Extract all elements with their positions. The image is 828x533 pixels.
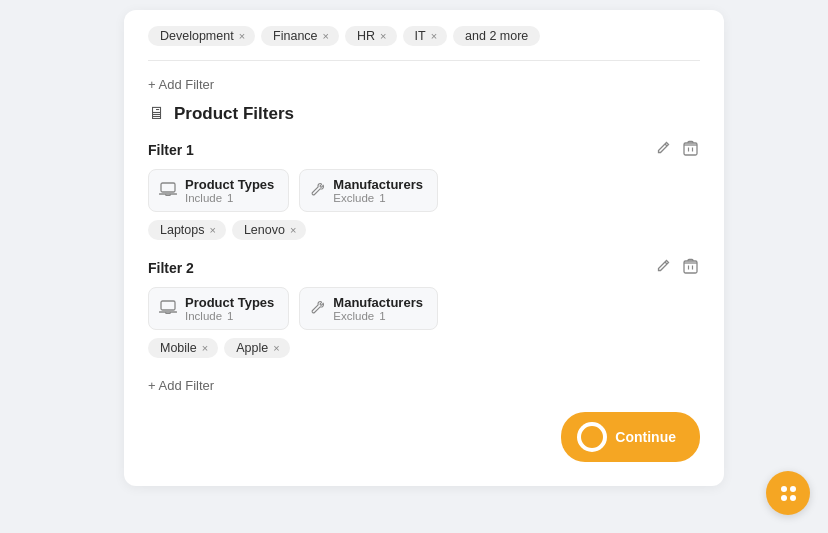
filter-1-tag-lenovo-close[interactable]: ×: [290, 225, 296, 236]
tag-development-close[interactable]: ×: [239, 31, 245, 42]
main-card: Development × Finance × HR × IT × and 2 …: [124, 10, 724, 486]
filter-2-tag-apple-close[interactable]: ×: [273, 343, 279, 354]
filter-1-card-1-name: Manufacturers: [333, 177, 423, 192]
filter-2-card-0-count: 1: [227, 310, 233, 322]
tag-it: IT ×: [403, 26, 448, 46]
filter-2-cards: Product Types Include 1 Manufacturers: [148, 287, 700, 330]
filter-block-2: Filter 2: [148, 256, 700, 358]
filter-1-edit-button[interactable]: [653, 138, 673, 161]
filter-1-card-product-types: Product Types Include 1: [148, 169, 289, 212]
filter-1-card-manufacturers: Manufacturers Exclude 1: [299, 169, 438, 212]
filter-1-card-1-mode: Exclude: [333, 192, 374, 204]
tag-it-close[interactable]: ×: [431, 31, 437, 42]
product-filters-heading: 🖥 Product Filters: [148, 104, 700, 124]
filter-1-actions: [653, 138, 700, 161]
filter-1-card-1-count: 1: [379, 192, 385, 204]
filter-1-tag-lenovo: Lenovo ×: [232, 220, 306, 240]
filter-1-tag-laptops: Laptops ×: [148, 220, 226, 240]
filter-2-card-1-mode: Exclude: [333, 310, 374, 322]
continue-btn-circle: [577, 422, 607, 452]
filter-2-card-0-name: Product Types: [185, 295, 274, 310]
filter-2-tag-apple: Apple ×: [224, 338, 289, 358]
tag-finance-close[interactable]: ×: [323, 31, 329, 42]
filter-1-card-0-mode: Include: [185, 192, 222, 204]
filter-1-cards: Product Types Include 1 Manufacturers: [148, 169, 700, 212]
fab-grid-icon: [781, 486, 796, 501]
filter-2-tag-mobile: Mobile ×: [148, 338, 218, 358]
filter-2-card-manufacturers: Manufacturers Exclude 1: [299, 287, 438, 330]
add-filter-top[interactable]: + Add Filter: [148, 77, 214, 92]
monitor-icon: 🖥: [148, 104, 165, 124]
filter-2-actions: [653, 256, 700, 279]
add-filter-bottom[interactable]: + Add Filter: [148, 378, 214, 393]
tag-hr: HR ×: [345, 26, 397, 46]
filter-1-delete-button[interactable]: [681, 138, 700, 161]
filter-1-card-0-name: Product Types: [185, 177, 274, 192]
tag-finance: Finance ×: [261, 26, 339, 46]
laptop-icon-2: [159, 300, 177, 318]
fab-button[interactable]: [766, 471, 810, 515]
wrench-icon-2: [310, 300, 325, 318]
wrench-icon: [310, 182, 325, 200]
filter-2-edit-button[interactable]: [653, 256, 673, 279]
top-tags-area: Development × Finance × HR × IT × and 2 …: [148, 26, 700, 61]
filter-2-header: Filter 2: [148, 256, 700, 279]
filter-2-label: Filter 2: [148, 260, 194, 276]
filter-2-tags: Mobile × Apple ×: [148, 338, 700, 358]
svg-rect-3: [161, 301, 175, 310]
filter-2-card-1-count: 1: [379, 310, 385, 322]
svg-rect-1: [161, 183, 175, 192]
tag-hr-close[interactable]: ×: [380, 31, 386, 42]
bottom-bar: Continue: [148, 412, 700, 462]
filter-1-header: Filter 1: [148, 138, 700, 161]
filter-2-tag-mobile-close[interactable]: ×: [202, 343, 208, 354]
filter-2-card-product-types: Product Types Include 1: [148, 287, 289, 330]
filter-2-card-1-name: Manufacturers: [333, 295, 423, 310]
filter-1-card-0-count: 1: [227, 192, 233, 204]
filter-1-tag-laptops-close[interactable]: ×: [209, 225, 215, 236]
filter-2-delete-button[interactable]: [681, 256, 700, 279]
filter-1-tags: Laptops × Lenovo ×: [148, 220, 700, 240]
filter-2-card-0-mode: Include: [185, 310, 222, 322]
laptop-icon: [159, 182, 177, 200]
and-more-tag: and 2 more: [453, 26, 540, 46]
tag-development: Development ×: [148, 26, 255, 46]
section-title: Product Filters: [174, 104, 294, 124]
filter-block-1: Filter 1: [148, 138, 700, 240]
continue-button[interactable]: Continue: [561, 412, 700, 462]
filter-1-label: Filter 1: [148, 142, 194, 158]
